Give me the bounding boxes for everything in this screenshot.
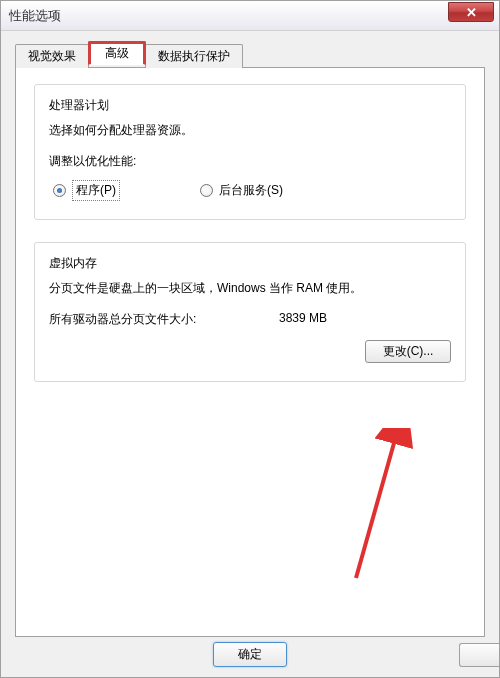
radio-icon — [200, 184, 213, 197]
vm-legend: 虚拟内存 — [49, 255, 451, 272]
vm-desc: 分页文件是硬盘上的一块区域，Windows 当作 RAM 使用。 — [49, 280, 451, 297]
radio-programs-label: 程序(P) — [72, 180, 120, 201]
processor-scheduling-group: 处理器计划 选择如何分配处理器资源。 调整以优化性能: 程序(P) 后台服务(S… — [34, 84, 466, 220]
content-area: 视觉效果 高级 数据执行保护 处理器计划 选择如何分配处理器资源。 调整以优化性… — [1, 31, 499, 645]
close-button[interactable]: ✕ — [448, 2, 494, 22]
partial-button[interactable] — [459, 643, 499, 667]
tab-strip: 视觉效果 高级 数据执行保护 — [15, 43, 485, 67]
close-icon: ✕ — [466, 5, 477, 20]
tab-advanced[interactable]: 高级 — [88, 41, 146, 65]
tab-visual-effects[interactable]: 视觉效果 — [15, 44, 89, 68]
radio-programs[interactable]: 程序(P) — [53, 180, 120, 201]
processor-legend: 处理器计划 — [49, 97, 451, 114]
adjust-label: 调整以优化性能: — [49, 153, 451, 170]
radio-background[interactable]: 后台服务(S) — [200, 182, 283, 199]
vm-size-row: 所有驱动器总分页文件大小: 3839 MB — [49, 311, 451, 328]
ok-button[interactable]: 确定 — [213, 642, 287, 667]
vm-size-label: 所有驱动器总分页文件大小: — [49, 311, 279, 328]
performance-options-window: 性能选项 ✕ 视觉效果 高级 数据执行保护 处理器计划 选择如何分配处理器资源。… — [0, 0, 500, 678]
radio-icon — [53, 184, 66, 197]
virtual-memory-group: 虚拟内存 分页文件是硬盘上的一块区域，Windows 当作 RAM 使用。 所有… — [34, 242, 466, 382]
dialog-button-bar: 确定 — [1, 642, 499, 667]
change-button-wrap: 更改(C)... — [49, 340, 451, 363]
radio-background-label: 后台服务(S) — [219, 182, 283, 199]
radio-row: 程序(P) 后台服务(S) — [49, 180, 451, 201]
tab-panel-advanced: 处理器计划 选择如何分配处理器资源。 调整以优化性能: 程序(P) 后台服务(S… — [15, 67, 485, 637]
vm-size-value: 3839 MB — [279, 311, 451, 328]
tab-dep[interactable]: 数据执行保护 — [145, 44, 243, 68]
svg-line-1 — [356, 436, 396, 578]
titlebar: 性能选项 ✕ — [1, 1, 499, 31]
annotation-arrow-icon — [196, 428, 416, 608]
processor-desc: 选择如何分配处理器资源。 — [49, 122, 451, 139]
window-title: 性能选项 — [9, 7, 61, 25]
change-button[interactable]: 更改(C)... — [365, 340, 451, 363]
